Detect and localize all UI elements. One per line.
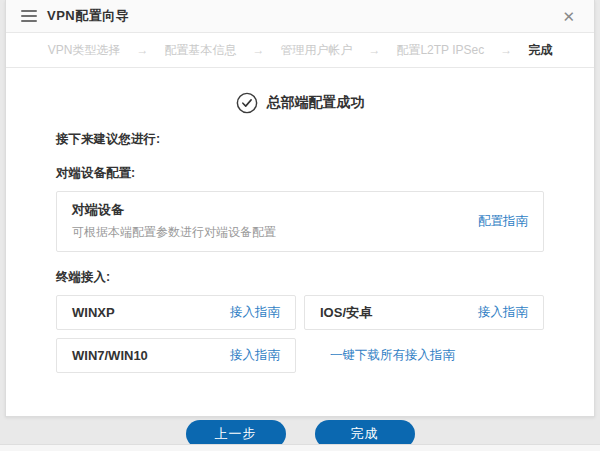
success-message-row: 总部端配置成功 (56, 92, 544, 114)
winxp-access-guide-link[interactable]: 接入指南 (230, 304, 280, 321)
terminal-card-title: WIN7/WIN10 (72, 348, 148, 363)
step-user-accounts: 管理用户帐户 (280, 42, 352, 59)
step-finish: 完成 (528, 42, 552, 59)
step-vpn-type: VPN类型选择 (48, 42, 121, 59)
step-basic-info: 配置基本信息 (164, 42, 236, 59)
ios-android-access-guide-link[interactable]: 接入指南 (478, 304, 528, 321)
wizard-steps: VPN类型选择 → 配置基本信息 → 管理用户帐户 → 配置L2TP IPSec… (6, 33, 594, 68)
download-all-row: 一键下载所有接入指南 (304, 338, 544, 373)
terminal-card-title: WINXP (72, 305, 115, 320)
dialog-header: VPN配置向导 ✕ (6, 0, 594, 33)
menu-icon[interactable] (21, 10, 37, 22)
peer-config-guide-link[interactable]: 配置指南 (478, 213, 528, 230)
download-all-guides-link[interactable]: 一键下载所有接入指南 (330, 347, 455, 364)
peer-card-description: 可根据本端配置参数进行对端设备配置 (72, 224, 276, 241)
close-icon[interactable]: ✕ (558, 7, 579, 26)
success-text: 总部端配置成功 (267, 94, 365, 112)
step-l2tp-ipsec: 配置L2TP IPSec (396, 42, 484, 59)
vpn-wizard-dialog: VPN配置向导 ✕ VPN类型选择 → 配置基本信息 → 管理用户帐户 → 配置… (5, 0, 595, 417)
terminal-card-win7-win10: WIN7/WIN10 接入指南 (56, 338, 296, 373)
terminal-cards-grid: WINXP 接入指南 IOS/安卓 接入指南 WIN7/WIN10 接入指南 一… (56, 295, 544, 373)
step-arrow-icon: → (368, 43, 380, 57)
suggestion-label: 接下来建议您进行: (56, 131, 544, 148)
terminal-card-title: IOS/安卓 (320, 304, 372, 322)
terminal-card-ios-android: IOS/安卓 接入指南 (304, 295, 544, 330)
step-arrow-icon: → (500, 43, 512, 57)
check-circle-icon (236, 92, 258, 114)
terminal-access-heading: 终端接入: (56, 269, 544, 286)
dialog-content: 总部端配置成功 接下来建议您进行: 对端设备配置: 对端设备 可根据本端配置参数… (6, 92, 594, 448)
step-arrow-icon: → (136, 43, 148, 57)
dialog-title: VPN配置向导 (47, 7, 129, 25)
peer-card-texts: 对端设备 可根据本端配置参数进行对端设备配置 (72, 201, 276, 241)
step-arrow-icon: → (252, 43, 264, 57)
terminal-card-winxp: WINXP 接入指南 (56, 295, 296, 330)
peer-card-title: 对端设备 (72, 201, 276, 219)
background-panel-edge (0, 444, 600, 451)
win7-win10-access-guide-link[interactable]: 接入指南 (230, 347, 280, 364)
peer-config-heading: 对端设备配置: (56, 165, 544, 182)
peer-device-card: 对端设备 可根据本端配置参数进行对端设备配置 配置指南 (56, 191, 544, 252)
